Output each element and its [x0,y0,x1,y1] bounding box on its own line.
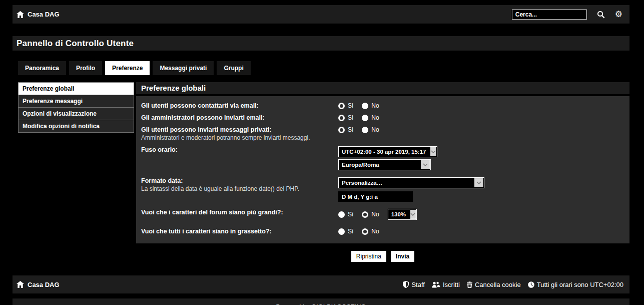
radio-yes-label: Sì [348,126,353,133]
tab-messaggi-privati[interactable]: Messaggi privati [153,61,214,75]
search-input[interactable] [512,10,587,20]
field-note: Amministratori e moderatori potranno sem… [141,134,333,142]
radio-checked-icon[interactable] [338,127,345,133]
radio-no-label: No [371,102,379,109]
radio-checked-icon[interactable] [338,103,345,109]
radio-yes-label: Sì [348,211,353,218]
tab-gruppi[interactable]: Gruppi [217,61,250,75]
radio-yes-label: Sì [348,114,353,121]
radio-no[interactable]: No [362,114,379,121]
field-label: Gli utenti possono inviarti messaggi pri… [141,126,333,134]
tab-preferenze[interactable]: Preferenze [105,61,150,75]
footer-bar: Casa DAG Staff Iscritti Cancella cookie [13,275,629,293]
radio-no[interactable]: No [362,126,379,133]
ucp-sidebar: Preferenze globali Preferenze messaggi O… [18,82,134,133]
radio-yes-label: Sì [348,228,353,235]
delete-cookies-label: Cancella cookie [475,281,521,288]
search-icon[interactable] [597,11,605,19]
chevron-down-icon [430,147,436,156]
radio-unchecked-icon[interactable] [362,103,368,109]
radio-unchecked-icon[interactable] [362,115,368,121]
radio-yes[interactable]: Sì [338,211,353,218]
field-note: La sintassi della data è uguale alla fun… [141,185,333,193]
radio-checked-icon[interactable] [362,228,368,235]
radio-no-label: No [371,126,379,133]
radio-unchecked-icon[interactable] [338,211,345,218]
powered-by-bar: Powered by GIGI D'AGOSTINO [13,298,629,305]
chevron-down-icon [410,210,416,219]
trash-icon [467,281,472,288]
preferences-form: Gli utenti possono contattarti via email… [136,96,629,243]
home-icon [17,11,24,18]
row-private-messages: Gli utenti possono inviarti messaggi pri… [141,126,623,142]
staff-label: Staff [411,281,425,288]
font-size-select-value: 130% [388,211,410,217]
members-link[interactable]: Iscritti [432,281,460,288]
font-size-select[interactable]: 130% [388,209,417,220]
form-buttons: Ripristina Invia [136,249,629,264]
delete-cookies-link[interactable]: Cancella cookie [467,281,521,288]
city-select-value: Europa/Roma [339,162,383,168]
timezone-select[interactable]: UTC+02:00 - 30 apr 2019, 15:17 [338,146,437,157]
radio-no-label: No [371,114,379,121]
powered-by-text: Powered by GIGI D'AGOSTINO [276,303,366,305]
radio-no[interactable]: No [362,228,379,235]
tab-profilo[interactable]: Profilo [69,61,102,75]
home-icon [17,281,24,288]
row-font-size: Vuoi che i caratteri del forum siano più… [141,209,623,220]
radio-checked-icon[interactable] [362,211,368,218]
sidebar-item-opzioni-visualizzazione[interactable]: Opzioni di visualizzazione [19,108,134,120]
reset-button[interactable]: Ripristina [351,251,386,262]
row-date-format: Formato data: La sintassi della data è u… [141,177,623,202]
row-timezone: Fuso orario: UTC+02:00 - 30 apr 2019, 15… [141,146,623,170]
city-select[interactable]: Europa/Roma [338,159,431,170]
users-icon [432,281,440,288]
radio-no-label: No [371,228,379,235]
row-bold-text: Vuoi che tutti i caratteri siano in gras… [141,228,623,235]
timezone-select-value: UTC+02:00 - 30 apr 2019, 15:17 [339,149,430,155]
ucp-tabs: Panoramica Profilo Preferenze Messaggi p… [13,61,629,75]
footer-home-link[interactable]: Casa DAG [17,281,60,288]
clock-icon [528,281,534,288]
row-admin-email: Gli amministratori possono inviarti emai… [141,114,623,122]
tab-panoramica[interactable]: Panoramica [18,61,66,75]
page-title-bar: Pannello di Controllo Utente [13,36,629,51]
radio-unchecked-icon[interactable] [338,228,345,235]
radio-no[interactable]: No [362,102,379,109]
home-link[interactable]: Casa DAG [17,11,60,18]
page-title: Pannello di Controllo Utente [17,39,134,49]
sidebar-item-opzioni-notifica[interactable]: Modifica opzioni di notifica [19,120,134,132]
radio-yes[interactable]: Sì [338,228,353,235]
submit-button[interactable]: Invia [391,251,414,262]
field-label: Vuoi che tutti i caratteri siano in gras… [141,228,333,235]
date-format-select-value: Personalizza… [339,180,386,186]
sidebar-item-preferenze-globali[interactable]: Preferenze globali [19,83,134,95]
chevron-down-icon [474,178,483,187]
shield-icon [403,281,409,288]
timezone-info-label: Tutti gli orari sono UTC+02:00 [537,281,623,288]
members-label: Iscritti [443,281,460,288]
radio-yes[interactable]: Sì [338,114,353,121]
field-label: Gli amministratori possono inviarti emai… [141,114,333,122]
brand-label: Casa DAG [28,11,60,18]
radio-checked-icon[interactable] [338,115,345,121]
radio-yes[interactable]: Sì [338,102,353,109]
radio-unchecked-icon[interactable] [362,127,368,133]
row-contact-email: Gli utenti possono contattarti via email… [141,102,623,110]
radio-yes-label: Sì [348,102,353,109]
chevron-down-icon [421,160,430,169]
radio-no[interactable]: No [362,211,379,218]
date-format-input[interactable] [338,191,413,202]
sidebar-item-preferenze-messaggi[interactable]: Preferenze messaggi [19,95,134,108]
gear-icon[interactable]: ⚙ [615,10,622,19]
top-navbar: Casa DAG ⚙ [13,5,629,24]
date-format-select[interactable]: Personalizza… [338,177,484,188]
field-label: Gli utenti possono contattarti via email… [141,102,333,110]
radio-no-label: No [371,211,379,218]
radio-yes[interactable]: Sì [338,126,353,133]
footer-brand-label: Casa DAG [28,281,60,288]
field-label: Formato data: [141,177,333,185]
field-label: Vuoi che i caratteri del forum siano più… [141,209,333,216]
staff-link[interactable]: Staff [403,281,425,288]
field-label: Fuso orario: [141,146,333,154]
